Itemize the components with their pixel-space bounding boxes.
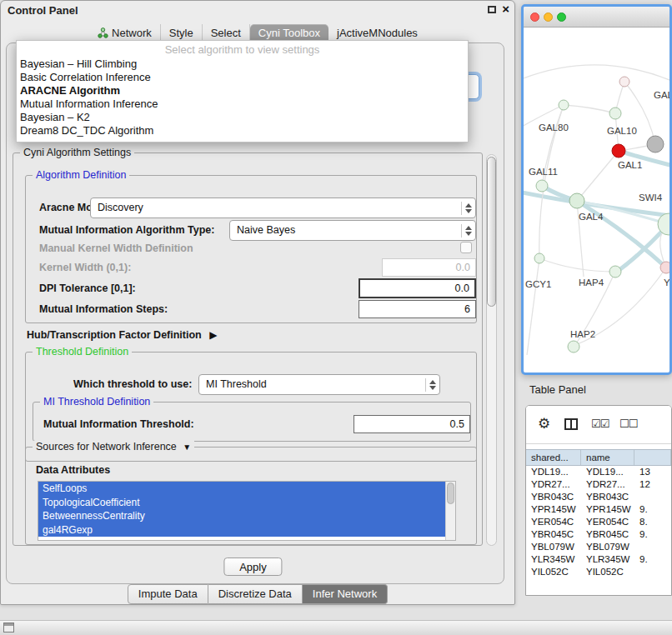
window-title: Control Panel [8,4,78,17]
mi-threshold-input[interactable] [354,415,470,433]
table-row[interactable]: YLR345WYLR345W9. [526,554,671,567]
column-header-shared-[interactable]: shared... [526,450,581,465]
close-traffic-light-icon[interactable] [530,12,539,22]
table-cell: 9. [634,554,671,567]
select-all-icon[interactable]: ☑☑ [591,418,609,430]
kernel-width-label: Kernel Width (0,1): [39,262,131,273]
bottom-dock-strip [0,620,672,635]
network-node[interactable] [609,108,621,119]
table-cell [634,567,671,579]
network-node[interactable] [559,100,569,110]
minimize-traffic-light-icon[interactable] [544,12,553,22]
table-row[interactable]: YBR043CYBR043C [526,492,671,504]
list-scrollbar-thumb[interactable] [447,482,454,504]
table-row[interactable]: YDL19...YDL19...13 [526,467,671,479]
network-edge[interactable] [539,258,615,272]
table-cell: YDL19... [581,467,634,479]
column-header-name[interactable]: name [581,450,634,465]
table-cell: YER054C [581,517,634,529]
algorithm-option-dream8-dc-tdc-algorithm[interactable]: Dream8 DC_TDC Algorithm [17,124,468,138]
algorithm-option-basic-correlation-inference[interactable]: Basic Correlation Inference [17,71,468,84]
table-row[interactable]: YBL079WYBL079W [526,542,671,554]
table-cell: YBR043C [581,492,634,504]
network-edge[interactable] [527,258,539,355]
aracne-mode-value: Discovery [98,202,143,213]
table-cell: YBR043C [526,492,581,504]
network-edge[interactable] [564,105,615,113]
mi-type-select[interactable]: Naive Bayes [229,220,476,241]
network-edge[interactable] [577,151,619,201]
table-row[interactable]: YBR045CYBR045C9. [526,529,671,542]
column-header-2[interactable] [634,450,671,465]
table-row[interactable]: YDR27...YDR27...12 [526,479,671,492]
tab-infer-network[interactable]: Infer Network [303,584,388,604]
table-cell: YIL052C [526,567,581,579]
zoom-traffic-light-icon[interactable] [557,12,566,22]
algorithm-option-bayesian-k2[interactable]: Bayesian – K2 [17,111,468,124]
deselect-all-icon[interactable]: ☐☐ [619,418,637,430]
mi-threshold-group: MI Threshold Definition Mutual Informati… [33,402,471,442]
chevron-right-icon: ▶ [209,329,217,341]
manual-kernel-checkbox[interactable] [460,242,472,253]
algorithm-placeholder: Select algorithm to view settings [17,41,468,58]
hub-tf-label: Hub/Transcription Factor Definition [27,329,202,341]
chevron-down-icon: ▼ [183,442,191,453]
node-label-swi4: SWI4 [639,192,663,202]
list-scrollbar[interactable] [445,482,455,540]
hub-tf-definition-toggle[interactable]: Hub/Transcription Factor Definition ▶ [27,329,217,341]
table-header-row: shared...name [526,449,671,466]
algorithm-option-bayesian-hill-climbing[interactable]: Bayesian – Hill Climbing [17,58,468,71]
data-attributes-list[interactable]: SelfLoopsTopologicalCoefficientBetweenne… [38,481,456,541]
table-row[interactable]: YPR145WYPR145W9. [526,504,671,517]
network-node[interactable] [612,144,625,158]
apply-button[interactable]: Apply [223,558,282,576]
network-node[interactable] [609,266,621,278]
algorithm-option-aracne-algorithm[interactable]: ARACNE Algorithm [17,84,468,98]
columns-icon[interactable] [564,418,578,430]
attribute-item-gal4rgexp[interactable]: gal4RGexp [38,523,445,538]
attribute-item-selfloops[interactable]: SelfLoops [38,482,445,496]
mi-type-label: Mutual Information Algorithm Type: [39,224,214,236]
settings-scrollbar[interactable] [486,154,497,546]
dpi-tolerance-input[interactable] [359,278,476,298]
network-node[interactable] [534,253,544,263]
close-icon[interactable]: × [502,4,509,14]
sources-group: Sources for Network Inference ▼ Data Att… [25,447,477,545]
sources-title-text: Sources for Network Inference [36,441,177,452]
network-node[interactable] [568,341,579,352]
sources-title[interactable]: Sources for Network Inference ▼ [33,441,194,453]
network-node[interactable] [647,136,664,152]
algorithm-definition-group: Algorithm Definition Aracne Mode: Discov… [25,175,477,323]
network-icon [98,28,108,38]
network-node[interactable] [536,180,548,192]
network-canvas[interactable]: GALGAL80GAL10GAL11GAL1SWI4GAL4GCY1HAP4YH… [524,28,669,375]
network-node[interactable] [569,193,584,208]
network-edge[interactable] [524,65,669,82]
table-row[interactable]: YER054CYER054C8. [526,517,671,529]
table-cell: 12 [634,479,671,492]
collapsed-panel-icon[interactable] [3,622,14,632]
node-label-gcy1: GCY1 [525,279,551,289]
table-panel-window: ⚙ ☑☑ ☐☐ shared...name YDL19...YDL19...13… [525,405,672,596]
table-cell: 8. [634,517,671,529]
network-node[interactable] [619,77,629,87]
attribute-item-topologicalcoefficient[interactable]: TopologicalCoefficient [38,496,445,510]
control-panel-titlebar[interactable]: Control Panel × [1,1,514,21]
aracne-mode-select[interactable]: Discovery [90,198,476,218]
settings-scrollbar-thumb[interactable] [487,157,496,307]
tab-discretize-data[interactable]: Discretize Data [208,584,303,604]
bottom-tab-bar: Impute DataDiscretize DataInfer Network [1,584,514,604]
network-window-titlebar[interactable] [524,7,669,28]
which-threshold-select[interactable]: MI Threshold [198,374,440,395]
gear-icon[interactable]: ⚙ [538,417,550,432]
stepper-icon [461,224,473,238]
table-row[interactable]: YIL052CYIL052C [526,567,671,579]
algorithm-option-mutual-information-inference[interactable]: Mutual Information Inference [17,98,468,111]
float-panel-icon[interactable] [488,6,496,13]
which-threshold-label: Which threshold to use: [73,378,192,390]
mi-steps-input[interactable] [359,300,476,318]
network-node[interactable] [660,262,669,273]
attribute-item-betweennesscentrality[interactable]: BetweennessCentrality [38,509,445,523]
tab-impute-data[interactable]: Impute Data [128,584,208,604]
table-cell: YDR27... [526,479,581,492]
